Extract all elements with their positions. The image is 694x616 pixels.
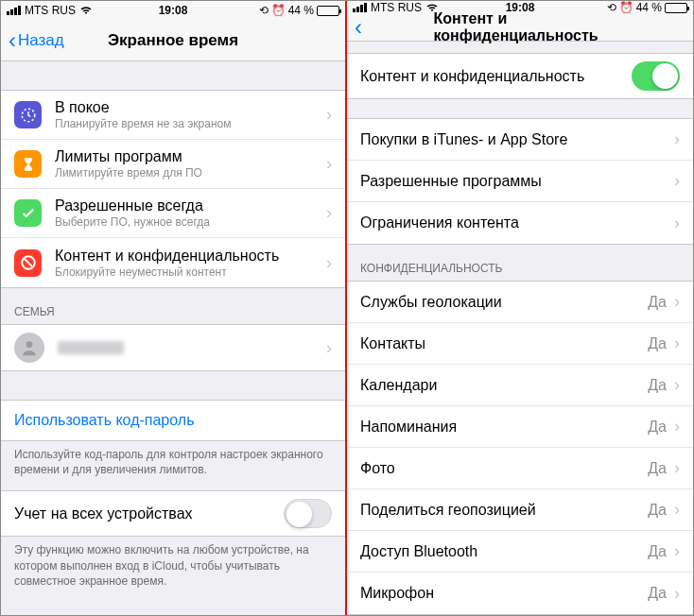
member-name-blurred	[58, 341, 124, 354]
row-title: Разрешенные всегда	[55, 197, 326, 214]
row-subtitle: Выберите ПО, нужное всегда	[55, 215, 326, 229]
back-button[interactable]: ‹ Назад	[9, 29, 64, 52]
use-passcode-button[interactable]: Использовать код-пароль	[1, 400, 345, 441]
row-subtitle: Лимитируйте время для ПО	[55, 166, 326, 180]
battery-icon	[665, 3, 687, 13]
row-title: Контент и конфиденциальность	[55, 248, 326, 265]
screen-content-privacy: MTS RUS 19:08 ⟲ ⏰ 44 % ‹ Контент и конфи…	[347, 1, 693, 615]
row-title: Поделиться геопозицией	[360, 502, 648, 519]
row-title: Доступ Bluetooth	[360, 543, 648, 560]
row-subtitle: Блокируйте неуместный контент	[55, 265, 326, 279]
battery-icon	[317, 6, 339, 16]
row-title: Покупки в iTunes- и App Store	[360, 131, 674, 148]
row-bluetooth[interactable]: Доступ Bluetooth Да ›	[347, 531, 693, 573]
row-always-allowed[interactable]: Разрешенные всегда Выберите ПО, нужное в…	[1, 189, 345, 238]
row-title: Службы геолокации	[360, 294, 648, 311]
chevron-right-icon: ›	[674, 417, 680, 436]
screen-screen-time: MTS RUS 19:08 ⟲ ⏰ 44 % ‹ Назад Экранное …	[1, 1, 347, 615]
nav-bar: ‹ Контент и конфиденциальность	[347, 14, 693, 42]
row-value: Да	[648, 335, 667, 352]
chevron-right-icon: ›	[674, 584, 680, 604]
row-share-across[interactable]: Учет на всех устройствах	[1, 491, 345, 536]
row-title: Лимиты программ	[55, 148, 326, 165]
family-header: СЕМЬЯ	[1, 288, 345, 324]
chevron-right-icon: ›	[326, 105, 332, 125]
status-bar: MTS RUS 19:08 ⟲ ⏰ 44 %	[1, 1, 345, 20]
row-photos[interactable]: Фото Да ›	[347, 448, 693, 489]
row-calendars[interactable]: Календари Да ›	[347, 365, 693, 406]
row-value: Да	[648, 585, 667, 602]
row-app-limits[interactable]: Лимиты программ Лимитируйте время для ПО…	[1, 140, 345, 189]
row-subtitle: Планируйте время не за экраном	[55, 117, 326, 130]
rotation-lock-icon: ⟲	[259, 4, 269, 17]
check-icon	[14, 199, 42, 227]
row-value: Да	[648, 502, 667, 519]
downtime-icon	[14, 101, 42, 128]
chevron-left-icon: ‹	[355, 16, 362, 39]
chevron-right-icon: ›	[326, 203, 332, 223]
row-content-restrictions[interactable]: Ограничения контента ›	[347, 202, 693, 244]
back-label: Назад	[18, 31, 64, 50]
share-toggle[interactable]	[284, 499, 332, 528]
row-title: Контакты	[360, 335, 648, 352]
nav-title: Контент и конфиденциальность	[434, 10, 607, 44]
chevron-right-icon: ›	[674, 375, 680, 395]
privacy-header: КОНФИДЕНЦИАЛЬНОСТЬ	[347, 245, 693, 281]
chevron-right-icon: ›	[674, 458, 680, 478]
avatar-icon	[14, 333, 44, 363]
carrier-label: MTS RUS	[25, 4, 76, 17]
signal-icon	[353, 3, 367, 12]
row-title: Ограничения контента	[360, 214, 674, 231]
chevron-right-icon: ›	[674, 541, 680, 561]
row-downtime[interactable]: В покое Планируйте время не за экраном ›	[1, 91, 345, 140]
block-icon	[14, 249, 42, 277]
battery-percent: 44 %	[636, 1, 662, 14]
passcode-footer: Используйте код-пароль для контроля наст…	[1, 441, 345, 490]
chevron-right-icon: ›	[674, 334, 680, 353]
row-microphone[interactable]: Микрофон Да ›	[347, 573, 693, 614]
row-value: Да	[648, 377, 667, 394]
row-title: Контент и конфиденциальность	[360, 68, 632, 85]
battery-percent: 44 %	[288, 4, 314, 17]
row-title: В покое	[55, 99, 326, 116]
row-contacts[interactable]: Контакты Да ›	[347, 323, 693, 365]
row-share-location[interactable]: Поделиться геопозицией Да ›	[347, 489, 693, 531]
share-footer: Эту функцию можно включить на любом устр…	[1, 537, 345, 602]
rotation-lock-icon: ⟲	[607, 1, 616, 14]
nav-title: Экранное время	[108, 31, 238, 50]
nav-bar: ‹ Назад Экранное время	[1, 20, 345, 61]
carrier-label: MTS RUS	[371, 1, 422, 14]
hourglass-icon	[14, 150, 42, 178]
chevron-right-icon: ›	[674, 292, 680, 312]
chevron-right-icon: ›	[326, 154, 332, 174]
signal-icon	[7, 6, 21, 15]
chevron-right-icon: ›	[674, 171, 680, 191]
row-title: Фото	[360, 460, 648, 477]
wifi-icon	[79, 6, 93, 15]
back-button[interactable]: ‹	[355, 16, 364, 39]
row-value: Да	[648, 294, 667, 311]
chevron-right-icon: ›	[674, 129, 680, 149]
row-content-privacy-toggle[interactable]: Контент и конфиденциальность	[347, 54, 693, 98]
row-itunes-purchases[interactable]: Покупки в iTunes- и App Store ›	[347, 119, 693, 161]
row-value: Да	[648, 460, 667, 477]
status-time: 19:08	[159, 4, 188, 17]
row-title: Разрешенные программы	[360, 173, 674, 190]
chevron-right-icon: ›	[326, 253, 332, 273]
chevron-right-icon: ›	[326, 338, 332, 358]
row-content-privacy[interactable]: Контент и конфиденциальность Блокируйте …	[1, 238, 345, 287]
row-reminders[interactable]: Напоминания Да ›	[347, 406, 693, 448]
chevron-right-icon: ›	[674, 214, 680, 233]
row-allowed-apps[interactable]: Разрешенные программы ›	[347, 161, 693, 202]
row-location-services[interactable]: Службы геолокации Да ›	[347, 282, 693, 323]
content-privacy-toggle[interactable]	[632, 61, 680, 91]
row-title: Учет на всех устройствах	[14, 505, 284, 522]
row-value: Да	[648, 419, 667, 436]
chevron-left-icon: ‹	[9, 29, 16, 52]
row-family-member[interactable]: ›	[1, 325, 345, 370]
row-title: Календари	[360, 377, 648, 394]
row-value: Да	[648, 543, 667, 560]
svg-point-2	[26, 341, 33, 348]
alarm-icon: ⏰	[271, 4, 286, 17]
row-title: Микрофон	[360, 585, 648, 602]
